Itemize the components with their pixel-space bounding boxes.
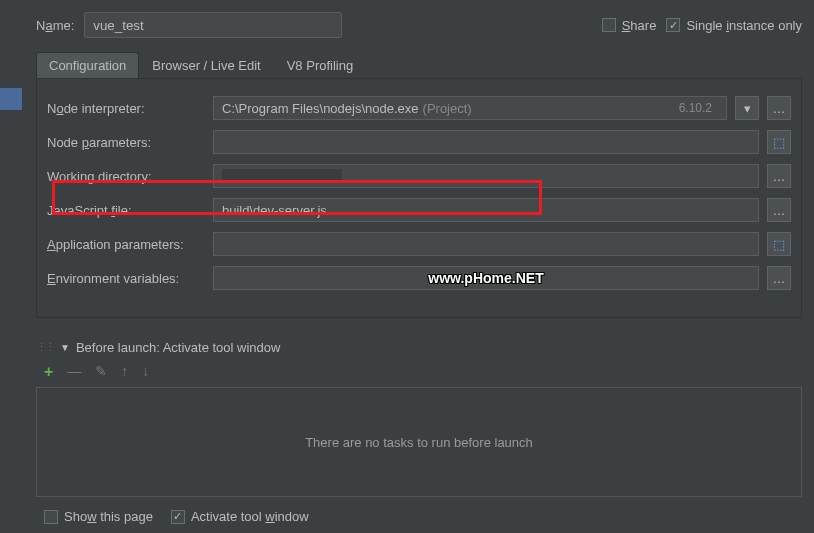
environment-variables-field[interactable]: www.pHome.NET (213, 266, 759, 290)
remove-task-button[interactable]: — (67, 363, 81, 381)
tab-v8[interactable]: V8 Profiling (274, 52, 366, 78)
selected-config-tab[interactable] (0, 88, 22, 110)
application-parameters-expand-button[interactable]: ⬚ (767, 232, 791, 256)
tasks-empty-text: There are no tasks to run before launch (305, 435, 533, 450)
move-down-button[interactable]: ↓ (142, 363, 149, 381)
tab-configuration[interactable]: Configuration (36, 52, 139, 78)
tasks-list: There are no tasks to run before launch (36, 387, 802, 497)
name-input[interactable] (84, 12, 342, 38)
working-directory-label: Working directory: (47, 169, 205, 184)
node-parameters-field[interactable] (213, 130, 759, 154)
grip-icon[interactable]: ⋮⋮ (36, 341, 54, 354)
add-task-button[interactable]: + (44, 363, 53, 381)
collapse-icon[interactable]: ▼ (60, 342, 70, 353)
interpreter-browse-button[interactable]: … (767, 96, 791, 120)
tab-browser[interactable]: Browser / Live Edit (139, 52, 273, 78)
move-up-button[interactable]: ↑ (121, 363, 128, 381)
share-checkbox[interactable]: Share (602, 18, 657, 33)
node-parameters-label: Node parameters: (47, 135, 205, 150)
javascript-file-field[interactable]: build\dev-server.js (213, 198, 759, 222)
name-label: Name: (36, 18, 74, 33)
show-this-page-checkbox[interactable]: Show this page (44, 509, 153, 524)
config-tabs: Configuration Browser / Live Edit V8 Pro… (36, 52, 802, 79)
node-parameters-expand-button[interactable]: ⬚ (767, 130, 791, 154)
watermark-text: www.pHome.NET (428, 270, 543, 286)
working-directory-browse-button[interactable]: … (767, 164, 791, 188)
activate-tool-window-checkbox[interactable]: Activate tool window (171, 509, 309, 524)
working-directory-field[interactable] (213, 164, 759, 188)
javascript-file-browse-button[interactable]: … (767, 198, 791, 222)
before-launch-title: Before launch: Activate tool window (76, 340, 281, 355)
javascript-file-label: JavaScript file: (47, 203, 205, 218)
environment-variables-browse-button[interactable]: … (767, 266, 791, 290)
single-instance-checkbox[interactable]: Single instance only (666, 18, 802, 33)
application-parameters-label: Application parameters: (47, 237, 205, 252)
interpreter-dropdown-button[interactable]: ▾ (735, 96, 759, 120)
edit-task-button[interactable]: ✎ (95, 363, 107, 381)
node-interpreter-field[interactable]: C:\Program Files\nodejs\node.exe (Projec… (213, 96, 727, 120)
application-parameters-field[interactable] (213, 232, 759, 256)
node-interpreter-label: Node interpreter: (47, 101, 205, 116)
environment-variables-label: Environment variables: (47, 271, 205, 286)
